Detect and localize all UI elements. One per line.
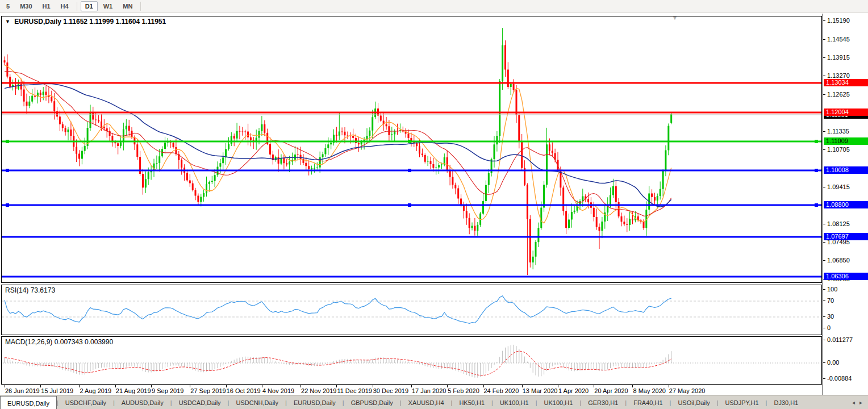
rsi-line <box>5 296 671 323</box>
hline-1.10008-handle[interactable] <box>6 169 9 172</box>
tab-scroll-left-icon[interactable]: ◂ <box>852 399 855 406</box>
current-price-line[interactable] <box>2 115 821 115</box>
date-label: 27 Sep 2019 <box>190 387 226 394</box>
rsi-label: RSI(14) 73.6173 <box>5 286 55 294</box>
hline-1.07697[interactable] <box>2 236 821 238</box>
rsi-axis-70: 70 <box>827 297 834 304</box>
timeframe-button-h1[interactable]: H1 <box>38 1 55 11</box>
price-chip-support-1: 1.11009 <box>824 137 868 145</box>
timeframe-button-5[interactable]: 5 <box>2 1 14 11</box>
price-axis[interactable]: 1.151901.145451.139151.132701.126251.113… <box>823 14 868 395</box>
date-label: 2 Aug 2019 <box>80 387 111 394</box>
date-label: 21 Aug 2019 <box>116 387 151 394</box>
hline-1.10008[interactable] <box>2 170 821 172</box>
chart-tab-ger30-h1[interactable]: GER30,H1 <box>581 395 625 409</box>
macd-axis--0.00884: -0.00884 <box>827 375 852 382</box>
price-tick-1.12625: 1.12625 <box>827 91 850 98</box>
macd-chart[interactable] <box>2 337 821 384</box>
rsi-chart[interactable] <box>2 285 821 335</box>
date-label: 13 Mar 2020 <box>523 387 558 394</box>
date-label: 30 Dec 2019 <box>373 387 408 394</box>
chart-tab-usdjpy-h1[interactable]: USDJPY,H1 <box>719 395 766 409</box>
date-axis[interactable]: 26 Jun 201915 Jul 20192 Aug 201921 Aug 2… <box>1 385 823 395</box>
ma-fast-line <box>5 65 671 223</box>
tab-scroll-right-icon[interactable]: ▸ <box>859 399 862 406</box>
hline-1.10008-handle[interactable] <box>815 169 818 172</box>
symbol-dropdown-triangle-icon[interactable]: ▼ <box>5 19 10 24</box>
timeframe-toolbar: 5M30H1H4D1W1MN <box>0 0 868 13</box>
hline-1.11009[interactable] <box>2 141 821 143</box>
rsi-axis-30: 30 <box>827 313 834 320</box>
chart-tab-fra40-h1[interactable]: FRA40,H1 <box>627 395 669 409</box>
price-tick-1.09415: 1.09415 <box>827 183 850 190</box>
chart-tab-dj30-h1[interactable]: DJ30,H1 <box>767 395 805 409</box>
price-chip-support-5: 1.06306 <box>824 273 868 280</box>
price-tick-1.08125: 1.08125 <box>827 220 850 227</box>
date-label: 27 May 2020 <box>669 387 706 394</box>
date-label: 24 Feb 2020 <box>484 387 519 394</box>
chart-tab-uk100-h1[interactable]: UK100,H1 <box>537 395 580 409</box>
timeframe-button-m30[interactable]: M30 <box>15 1 36 11</box>
chart-title: ▼ EURUSD,Daily 1.11652 1.11999 1.11604 1… <box>5 18 166 26</box>
chart-tab-audusd-daily[interactable]: AUDUSD,Daily <box>115 395 170 409</box>
chart-tab-usdcnh-daily[interactable]: USDCNH,Daily <box>229 395 285 409</box>
hline-1.08800-handle[interactable] <box>408 203 411 207</box>
chart-tab-usdcad-daily[interactable]: USDCAD,Daily <box>172 395 228 409</box>
macd-histogram <box>5 345 671 378</box>
timeframe-button-h4[interactable]: H4 <box>56 1 73 11</box>
price-tick-1.06850: 1.06850 <box>827 257 850 264</box>
hline-1.12004[interactable] <box>2 112 821 114</box>
hline-1.10008-handle[interactable] <box>408 169 411 172</box>
main-chart-panel[interactable]: ▼ EURUSD,Daily 1.11652 1.11999 1.11604 1… <box>1 16 822 283</box>
price-chip-resistance-2: 1.12004 <box>824 108 868 116</box>
date-label: 15 Jul 2019 <box>41 387 73 394</box>
macd-panel[interactable]: MACD(12,26,9) 0.007343 0.003990 <box>1 336 822 385</box>
price-tick-1.11335: 1.11335 <box>827 128 849 135</box>
chart-tab-uk100-h1[interactable]: UK100,H1 <box>493 395 536 409</box>
rsi-axis-100: 100 <box>827 286 837 293</box>
price-tick-1.14545: 1.14545 <box>827 36 850 43</box>
macd-axis-0.011277: 0.011277 <box>827 336 853 343</box>
timeframe-button-d1[interactable]: D1 <box>81 1 98 11</box>
chart-tab-eurusd-daily[interactable]: EURUSD,Daily <box>0 396 57 409</box>
hline-1.08800-handle[interactable] <box>815 203 818 207</box>
hline-1.13034[interactable] <box>2 82 821 84</box>
chart-symbol-label: EURUSD,Daily <box>14 18 61 26</box>
chart-tab-usoil-daily[interactable]: USOil,Daily <box>671 395 716 409</box>
price-tick-1.13270: 1.13270 <box>827 72 850 79</box>
chart-tab-xauusd-h4[interactable]: XAUUSD,H4 <box>402 395 451 409</box>
macd-axis-0.00: 0.00 <box>827 359 839 366</box>
date-label: 5 Feb 2020 <box>448 387 479 394</box>
macd-label: MACD(12,26,9) 0.007343 0.003990 <box>5 338 113 346</box>
price-chip-support-2: 1.10008 <box>824 166 868 174</box>
chart-tab-usdchf-daily[interactable]: USDCHF,Daily <box>59 395 113 409</box>
date-label: 16 Oct 2019 <box>227 387 261 394</box>
hline-1.11009-handle[interactable] <box>815 140 818 143</box>
hline-1.11009-handle[interactable] <box>408 140 411 143</box>
price-chip-support-3: 1.08800 <box>824 201 868 208</box>
mt4-chart-window: 5M30H1H4D1W1MN ▼ EURUSD,Daily 1.11652 1.… <box>0 0 868 409</box>
date-label: 22 Nov 2019 <box>301 387 336 394</box>
rsi-panel[interactable]: RSI(14) 73.6173 <box>1 285 822 335</box>
chart-tab-hk50-h1[interactable]: HK50,H1 <box>452 395 491 409</box>
hline-1.08800[interactable] <box>2 204 821 206</box>
timeframe-button-mn[interactable]: MN <box>118 1 137 11</box>
chart-tab-gbpusd-daily[interactable]: GBPUSD,Daily <box>344 395 400 409</box>
tab-scroll-arrows: ◂▸ <box>846 395 868 409</box>
price-tick-1.13915: 1.13915 <box>827 54 850 61</box>
rsi-axis-0: 0 <box>827 324 831 331</box>
hline-1.11009-handle[interactable] <box>6 140 9 143</box>
date-label: 8 May 2020 <box>633 387 665 394</box>
date-label: 11 Dec 2019 <box>337 387 372 394</box>
candlestick-chart[interactable] <box>2 16 821 282</box>
chart-shift-marker-icon[interactable]: ▼ <box>672 15 678 21</box>
price-chip-support-4: 1.07697 <box>824 233 868 240</box>
chart-ohlc-values: 1.11652 1.11999 1.11604 1.11951 <box>63 18 166 26</box>
price-tick-1.15190: 1.15190 <box>827 17 850 24</box>
hline-1.06306[interactable] <box>2 276 821 278</box>
date-label: 1 Apr 2020 <box>558 387 589 394</box>
date-label: 4 Nov 2019 <box>262 387 294 394</box>
chart-tab-eurusd-daily[interactable]: EURUSD,Daily <box>287 395 343 409</box>
hline-1.08800-handle[interactable] <box>6 203 9 207</box>
timeframe-button-w1[interactable]: W1 <box>99 1 118 11</box>
